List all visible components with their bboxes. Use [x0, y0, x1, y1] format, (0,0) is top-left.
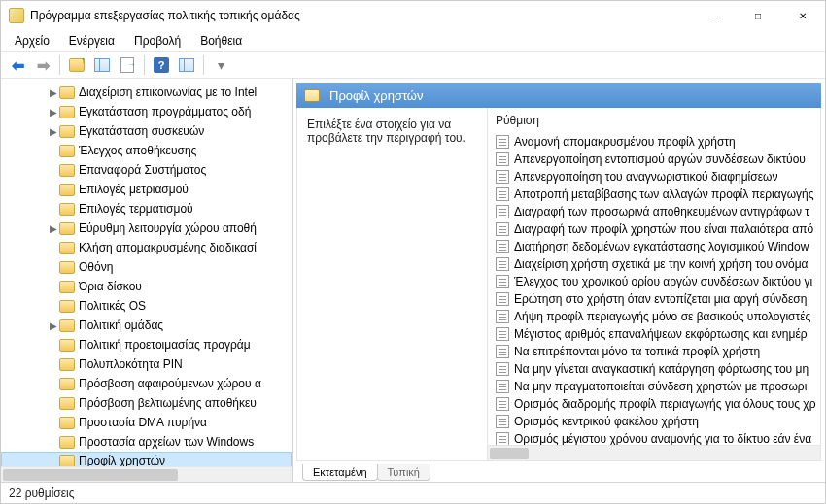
setting-item[interactable]: Διαγραφή των προφίλ χρηστών που είναι πα…	[492, 220, 820, 238]
folder-icon	[59, 378, 75, 390]
setting-item[interactable]: Ερώτηση στο χρήστη όταν εντοπίζεται μια …	[492, 290, 820, 308]
tree-item[interactable]: ▶Προστασία DMA πυρήνα	[1, 413, 292, 432]
setting-label: Έλεγχος του χρονικού ορίου αργών συνδέσε…	[514, 275, 812, 288]
tree-item[interactable]: ▶Προφίλ χρηστών	[1, 452, 292, 466]
tree-scroll[interactable]: ▶Διαχείριση επικοινωνίας με το Intel▶Εγκ…	[1, 79, 292, 466]
close-button[interactable]: ✕	[780, 1, 825, 30]
tree-item-label: Πολιτικές OS	[79, 299, 146, 313]
tree-item[interactable]: ▶Εύρυθμη λειτουργία χώρου αποθή	[1, 218, 292, 238]
folder-icon	[59, 397, 75, 410]
tree-item[interactable]: ▶Όρια δίσκου	[1, 277, 292, 296]
filter-button[interactable]: ▾	[210, 54, 231, 76]
setting-item[interactable]: Απενεργοποίηση εντοπισμού αργών συνδέσεω…	[492, 151, 820, 168]
show-pane-button[interactable]	[91, 54, 113, 76]
tab-standard[interactable]: Τυπική	[377, 464, 430, 481]
toolbar: ⬅ ➡ ? ▾	[1, 51, 825, 79]
folder-icon	[59, 319, 75, 332]
setting-item[interactable]: Έλεγχος του χρονικού ορίου αργών συνδέσε…	[492, 273, 820, 290]
tree-item[interactable]: ▶Οθόνη	[1, 257, 292, 277]
back-button[interactable]: ⬅	[7, 54, 28, 76]
setting-item[interactable]: Να επιτρέπονται μόνο τα τοπικά προφίλ χρ…	[492, 343, 820, 360]
description-text: Επιλέξτε ένα στοιχείο για να προβάλετε τ…	[307, 118, 477, 145]
setting-label: Διατήρηση δεδομένων εγκατάστασης λογισμι…	[514, 240, 809, 253]
details-pane: Προφίλ χρηστών Επιλέξτε ένα στοιχείο για…	[293, 79, 825, 482]
description-column: Επιλέξτε ένα στοιχείο για να προβάλετε τ…	[297, 108, 488, 460]
minimize-button[interactable]: ‒	[691, 1, 736, 30]
tree-item[interactable]: ▶Πρόσβαση βελτιωμένης αποθήκευ	[1, 393, 292, 413]
maximize-button[interactable]: □	[736, 1, 780, 30]
tree-item-label: Πολιτική προετοιμασίας προγράμ	[79, 338, 251, 352]
tree-item-label: Διαχείριση επικοινωνίας με το Intel	[79, 85, 257, 99]
setting-item[interactable]: Διαχείριση χρήστη σχετικά με την κοινή χ…	[492, 255, 820, 273]
tree-item[interactable]: ▶Πολιτικές OS	[1, 296, 292, 316]
setting-label: Ορισμός διαδρομής προφίλ περιαγωγής για …	[514, 397, 816, 411]
policy-icon	[496, 292, 509, 306]
details-header: Προφίλ χρηστών	[296, 83, 821, 108]
expand-icon[interactable]: ▶	[48, 320, 59, 331]
tree-item[interactable]: ▶Επιλογές μετριασμού	[1, 180, 292, 199]
setting-item[interactable]: Ορισμός μέγιστου χρόνου αναμονής για το …	[492, 430, 820, 445]
policy-icon	[496, 310, 509, 323]
setting-item[interactable]: Ορισμός κεντρικού φακέλου χρήστη	[492, 413, 820, 430]
policy-icon	[496, 222, 509, 236]
export-button[interactable]	[117, 54, 138, 76]
setting-item[interactable]: Μέγιστος αριθμός επαναλήψεων εκφόρτωσης …	[492, 325, 820, 343]
folder-icon	[59, 184, 75, 196]
folder-icon	[59, 339, 75, 352]
tree-item[interactable]: ▶Πολιτική προετοιμασίας προγράμ	[1, 335, 292, 354]
folder-icon	[59, 164, 75, 177]
setting-label: Ερώτηση στο χρήστη όταν εντοπίζεται μια …	[514, 292, 807, 306]
expand-icon[interactable]: ▶	[48, 107, 59, 118]
setting-item[interactable]: Να μην πραγματοποιείται σύνδεση χρηστών …	[492, 378, 820, 395]
setting-item[interactable]: Να μην γίνεται αναγκαστική κατάργηση φόρ…	[492, 360, 820, 378]
forward-button[interactable]: ➡	[32, 54, 53, 76]
settings-column-header[interactable]: Ρύθμιση	[488, 108, 820, 129]
tree-item[interactable]: ▶Πολυπλοκότητα PIN	[1, 354, 292, 374]
folder-icon	[59, 203, 75, 216]
statusbar: 22 ρυθμίσεις	[1, 482, 825, 503]
setting-item[interactable]: Διαγραφή των προσωρινά αποθηκευμένων αντ…	[492, 203, 820, 220]
setting-label: Να μην γίνεται αναγκαστική κατάργηση φόρ…	[514, 362, 809, 376]
tree-item[interactable]: ▶Εγκατάσταση προγράμματος οδή	[1, 102, 292, 121]
window-controls: ‒ □ ✕	[691, 1, 825, 30]
tree-item[interactable]: ▶Εγκατάσταση συσκευών	[1, 121, 292, 141]
tree-item-label: Εγκατάσταση προγράμματος οδή	[79, 105, 251, 118]
setting-item[interactable]: Αναμονή απομακρυσμένου προφίλ χρήστη	[492, 133, 820, 151]
folder-icon	[59, 242, 75, 254]
tree-item[interactable]: ▶Διαχείριση επικοινωνίας με το Intel	[1, 83, 292, 102]
policy-icon	[496, 275, 509, 288]
content-area: ▶Διαχείριση επικοινωνίας με το Intel▶Εγκ…	[1, 79, 825, 482]
help-button[interactable]: ?	[151, 54, 172, 76]
tree-item-label: Οθόνη	[79, 260, 113, 274]
up-folder-button[interactable]	[66, 54, 87, 76]
tree-item[interactable]: ▶Προστασία αρχείων των Windows	[1, 432, 292, 452]
folder-icon	[304, 89, 320, 102]
folder-icon	[59, 300, 75, 313]
menu-file[interactable]: Αρχείο	[5, 32, 59, 50]
setting-item[interactable]: Λήψη προφίλ περιαγωγής μόνο σε βασικούς …	[492, 308, 820, 325]
tree-item-label: Πολιτική ομάδας	[79, 319, 163, 332]
tree-item[interactable]: ▶Επαναφορά Συστήματος	[1, 160, 292, 180]
folder-icon	[59, 86, 75, 99]
tree-item-label: Προστασία αρχείων των Windows	[79, 435, 254, 449]
menu-help[interactable]: Βοήθεια	[190, 32, 252, 50]
menu-view[interactable]: Προβολή	[124, 32, 190, 50]
tab-extended[interactable]: Εκτεταμένη	[302, 464, 378, 481]
setting-item[interactable]: Αποτροπή μεταβίβασης των αλλαγών προφίλ …	[492, 185, 820, 203]
expand-icon[interactable]: ▶	[48, 126, 59, 137]
settings-horizontal-scrollbar[interactable]	[488, 445, 820, 460]
tree-horizontal-scrollbar[interactable]	[1, 466, 292, 482]
tree-item[interactable]: ▶Έλεγχος αποθήκευσης	[1, 141, 292, 160]
tree-item[interactable]: ▶Πρόσβαση αφαιρούμενων χώρου α	[1, 374, 292, 393]
setting-item[interactable]: Απενεργοποίηση του αναγνωριστικού διαφημ…	[492, 168, 820, 185]
expand-icon[interactable]: ▶	[48, 223, 59, 234]
tree-item[interactable]: ▶Πολιτική ομάδας	[1, 316, 292, 335]
expand-icon[interactable]: ▶	[48, 87, 59, 98]
properties-button[interactable]	[176, 54, 197, 76]
setting-item[interactable]: Ορισμός διαδρομής προφίλ περιαγωγής για …	[492, 395, 820, 413]
tree-item[interactable]: ▶Κλήση απομακρυσμένης διαδικασί	[1, 238, 292, 257]
settings-list[interactable]: Αναμονή απομακρυσμένου προφίλ χρήστηΑπεν…	[488, 129, 820, 445]
tree-item[interactable]: ▶Επιλογές τερματισμού	[1, 199, 292, 218]
menu-action[interactable]: Ενέργεια	[59, 32, 124, 50]
setting-item[interactable]: Διατήρηση δεδομένων εγκατάστασης λογισμι…	[492, 238, 820, 255]
